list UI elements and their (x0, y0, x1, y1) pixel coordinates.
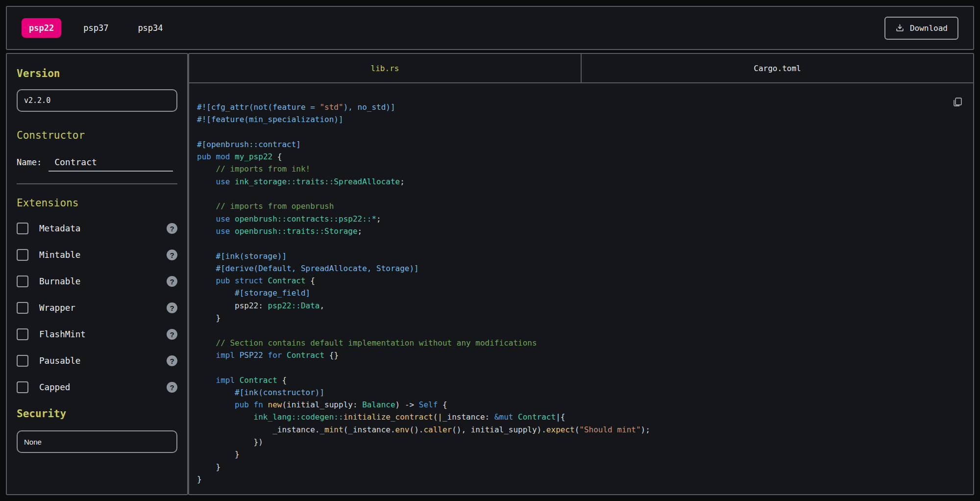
editor-tab-lib-rs[interactable]: lib.rs (189, 54, 581, 82)
content-row: Version v2.2.0 Constructor Name: Extensi… (6, 53, 974, 495)
extension-label: Burnable (39, 276, 80, 286)
code-line: // Section contains default implementati… (197, 337, 965, 349)
extensions-heading: Extensions (17, 197, 177, 209)
editor-file-tabs: lib.rsCargo.toml (189, 54, 973, 83)
extension-label: FlashMint (39, 329, 86, 339)
code-line: #[storage_field] (197, 287, 965, 299)
version-select[interactable]: v2.2.0 (17, 89, 177, 112)
help-icon[interactable]: ? (167, 382, 177, 393)
code-line: #![feature(min_specialization)] (197, 113, 965, 125)
extension-row-mintable: Mintable? (17, 249, 177, 261)
source-code: #![cfg_attr(not(feature = "std"), no_std… (197, 101, 965, 485)
code-line: use openbrush::contracts::psp22::*; (197, 213, 965, 225)
extension-checkbox-wrapper[interactable] (17, 302, 28, 314)
code-line: pub struct Contract { (197, 275, 965, 287)
code-line: } (197, 461, 965, 473)
code-line: #![cfg_attr(not(feature = "std"), no_std… (197, 101, 965, 113)
editor-tab-cargo-toml[interactable]: Cargo.toml (581, 54, 973, 82)
code-line: impl Contract { (197, 374, 965, 386)
tab-psp37[interactable]: psp37 (76, 18, 116, 38)
code-line: impl PSP22 for Contract {} (197, 349, 965, 361)
extension-checkbox-metadata[interactable] (17, 223, 28, 234)
help-icon[interactable]: ? (167, 329, 177, 340)
code-line: pub fn new(initial_supply: Balance) -> S… (197, 399, 965, 411)
name-label: Name: (17, 157, 42, 167)
code-line: } (197, 448, 965, 460)
extension-row-pausable: Pausable? (17, 355, 177, 367)
code-line (197, 188, 965, 200)
constructor-name-row: Name: (17, 157, 177, 172)
extension-label: Capped (39, 382, 70, 392)
extension-row-flashmint: FlashMint? (17, 328, 177, 340)
help-icon[interactable]: ? (167, 250, 177, 260)
extension-label: Wrapper (39, 303, 75, 313)
help-icon[interactable]: ? (167, 223, 177, 234)
code-line: psp22: psp22::Data, (197, 300, 965, 312)
code-line: }) (197, 436, 965, 448)
help-icon[interactable]: ? (167, 276, 177, 287)
extension-row-capped: Capped? (17, 381, 177, 393)
extension-checkbox-pausable[interactable] (17, 355, 28, 367)
page: psp22psp37psp34 Download Version v2.2.0 … (0, 0, 980, 501)
sidebar: Version v2.2.0 Constructor Name: Extensi… (6, 53, 188, 495)
extension-checkbox-burnable[interactable] (17, 276, 28, 287)
header-bar: psp22psp37psp34 Download (6, 6, 974, 50)
code-line: ink_lang::codegen::initialize_contract(|… (197, 411, 965, 423)
code-line: pub mod my_psp22 { (197, 150, 965, 163)
constructor-heading: Constructor (17, 129, 177, 141)
extension-row-metadata: Metadata? (17, 223, 177, 234)
security-select[interactable]: None (17, 430, 177, 453)
code-line: #[openbrush::contract] (197, 138, 965, 150)
code-line: #[ink(constructor)] (197, 386, 965, 399)
editor-panel: lib.rsCargo.toml #![cfg_attr(not(feature… (188, 53, 974, 495)
security-value: None (24, 438, 42, 446)
tab-psp22[interactable]: psp22 (22, 18, 61, 38)
download-button[interactable]: Download (884, 17, 958, 40)
code-line: // imports from openbrush (197, 200, 965, 212)
contract-standard-tabs: psp22psp37psp34 (22, 18, 171, 38)
code-line: } (197, 473, 965, 485)
extension-label: Mintable (39, 250, 80, 260)
code-line (197, 361, 965, 374)
code-line (197, 126, 965, 138)
help-icon[interactable]: ? (167, 355, 177, 366)
extension-checkbox-capped[interactable] (17, 381, 28, 393)
help-icon[interactable]: ? (167, 302, 177, 313)
extension-label: Pausable (39, 356, 80, 366)
tab-psp34[interactable]: psp34 (130, 18, 170, 38)
code-line: use ink_storage::traits::SpreadAllocate; (197, 175, 965, 188)
extension-row-wrapper: Wrapper? (17, 302, 177, 314)
code-line (197, 237, 965, 250)
extension-checkbox-flashmint[interactable] (17, 328, 28, 340)
version-value: v2.2.0 (24, 96, 50, 105)
code-line: } (197, 312, 965, 324)
section-divider (17, 183, 177, 184)
copy-icon[interactable] (952, 96, 963, 110)
extension-label: Metadata (39, 224, 80, 233)
code-line: use openbrush::traits::Storage; (197, 225, 965, 237)
code-area: #![cfg_attr(not(feature = "std"), no_std… (189, 83, 973, 494)
download-icon (895, 24, 905, 33)
extension-row-burnable: Burnable? (17, 276, 177, 287)
code-line (197, 324, 965, 336)
name-input[interactable] (49, 157, 173, 172)
code-line: // imports from ink! (197, 163, 965, 175)
security-heading: Security (17, 408, 177, 420)
code-line: _instance._mint(_instance.env().caller()… (197, 424, 965, 436)
code-line: #[derive(Default, SpreadAllocate, Storag… (197, 262, 965, 275)
code-line: #[ink(storage)] (197, 250, 965, 262)
extensions-list: Metadata?Mintable?Burnable?Wrapper?Flash… (17, 223, 177, 393)
download-label: Download (910, 24, 948, 33)
version-heading: Version (17, 68, 177, 79)
extension-checkbox-mintable[interactable] (17, 249, 28, 261)
